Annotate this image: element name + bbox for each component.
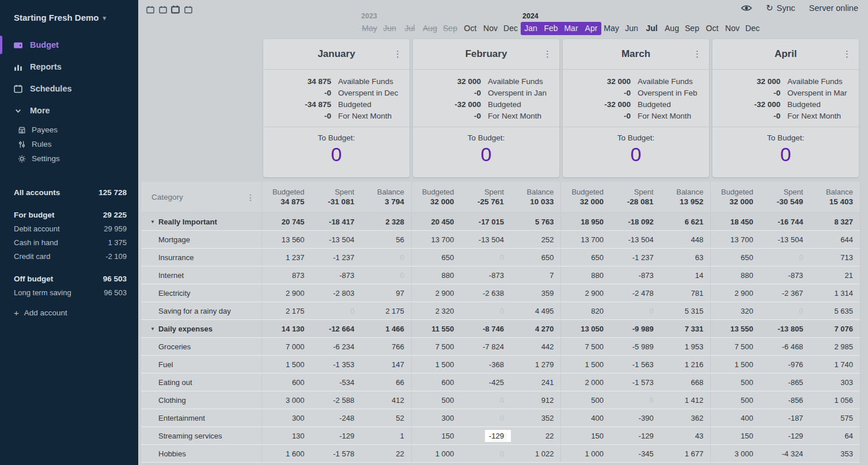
- cell-electricity-mar-spent[interactable]: -2 478: [611, 284, 661, 302]
- cell-really-important-mar-spent[interactable]: -18 092: [611, 213, 661, 230]
- cell-internet-apr-budgeted[interactable]: 880: [710, 266, 760, 284]
- cell-mortgage-mar-spent[interactable]: -13 504: [611, 231, 661, 248]
- cell-fuel-jan-budgeted[interactable]: 1 500: [261, 356, 312, 373]
- cell-insurrance-apr-spent[interactable]: 0: [760, 249, 810, 266]
- cell-really-important-feb-budgeted[interactable]: 20 450: [411, 213, 461, 230]
- header-mar-spent[interactable]: Spent-28 081: [611, 182, 661, 212]
- account-all[interactable]: All accounts 125 728: [14, 185, 127, 199]
- cell-entertainment-mar-budgeted[interactable]: 400: [560, 409, 611, 426]
- cell-entertainment-feb-balance[interactable]: 352: [511, 409, 561, 426]
- cell-entertainment-feb-spent[interactable]: 0: [461, 409, 511, 426]
- cell-eating-out-apr-spent[interactable]: -865: [760, 373, 810, 391]
- timeline-month-dec-19[interactable]: Dec: [742, 22, 763, 35]
- cell-internet-jan-spent[interactable]: -873: [312, 266, 362, 284]
- timeline-month-jan-8[interactable]: Jan2024: [521, 22, 541, 35]
- timeline-month-oct-5[interactable]: Oct: [460, 22, 480, 35]
- cell-really-important-feb-spent[interactable]: -17 015: [461, 213, 511, 230]
- cell-really-important-apr-budgeted[interactable]: 18 450: [710, 213, 760, 230]
- cell-insurrance-mar-spent[interactable]: -1 237: [611, 249, 661, 266]
- collapse-triangle-icon[interactable]: ▼: [150, 326, 155, 331]
- cell-streaming-services-jan-budgeted[interactable]: 130: [261, 427, 312, 444]
- category-name-entertainment[interactable]: Entertainment: [141, 409, 261, 426]
- cell-saving-for-a-rainy-day-jan-budgeted[interactable]: 2 175: [261, 302, 312, 319]
- account-cash-in-hand[interactable]: Cash in hand 1 375: [14, 235, 127, 249]
- cell-clothing-mar-budgeted[interactable]: 500: [560, 391, 611, 409]
- cell-really-important-jan-budgeted[interactable]: 20 745: [261, 213, 312, 230]
- timeline-month-jun-1[interactable]: Jun: [380, 22, 400, 35]
- cell-hobbies-mar-budgeted[interactable]: 1 000: [560, 445, 611, 462]
- cell-streaming-services-apr-budgeted[interactable]: 150: [710, 427, 760, 444]
- cell-streaming-services-mar-balance[interactable]: 43: [661, 427, 711, 444]
- cell-daily-expenses-apr-budgeted[interactable]: 13 550: [710, 320, 760, 337]
- timeline-month-jun-13[interactable]: Jun: [621, 22, 642, 35]
- category-name-really-important[interactable]: ▼Really Important: [141, 213, 261, 230]
- cell-clothing-apr-balance[interactable]: 1 056: [810, 391, 860, 409]
- cell-hobbies-jan-balance[interactable]: 22: [361, 445, 411, 462]
- cell-groceries-jan-balance[interactable]: 766: [361, 338, 411, 355]
- cell-insurrance-apr-budgeted[interactable]: 650: [710, 249, 760, 266]
- cell-entertainment-jan-budgeted[interactable]: 300: [261, 409, 312, 426]
- category-name-streaming-services[interactable]: Streaming services: [141, 427, 261, 444]
- month-menu-kebab-icon[interactable]: ⋮: [693, 50, 702, 58]
- header-feb-balance[interactable]: Balance10 033: [511, 182, 561, 212]
- header-jan-budgeted[interactable]: Budgeted34 875: [261, 182, 312, 212]
- cell-daily-expenses-feb-spent[interactable]: -8 746: [461, 320, 511, 337]
- timeline-month-dec-7[interactable]: Dec: [501, 22, 521, 35]
- cell-clothing-jan-balance[interactable]: 412: [361, 391, 411, 409]
- cell-streaming-services-feb-spent[interactable]: -129: [461, 427, 511, 444]
- cell-groceries-feb-budgeted[interactable]: 7 500: [411, 338, 461, 355]
- cell-eating-out-jan-budgeted[interactable]: 600: [261, 373, 312, 391]
- add-account-button[interactable]: + Add account: [14, 308, 127, 317]
- cell-internet-mar-budgeted[interactable]: 880: [560, 266, 611, 284]
- cell-saving-for-a-rainy-day-mar-balance[interactable]: 5 315: [661, 302, 711, 319]
- timeline-month-may-0[interactable]: May2023: [359, 22, 380, 35]
- cell-internet-mar-spent[interactable]: -873: [611, 266, 661, 284]
- header-feb-budgeted[interactable]: Budgeted32 000: [411, 182, 461, 212]
- cell-internet-mar-balance[interactable]: 14: [661, 266, 711, 284]
- cell-eating-out-feb-budgeted[interactable]: 600: [411, 373, 461, 391]
- cell-really-important-jan-spent[interactable]: -18 417: [312, 213, 362, 230]
- cell-really-important-mar-balance[interactable]: 6 621: [661, 213, 711, 230]
- cell-streaming-services-mar-spent[interactable]: -129: [611, 427, 661, 444]
- header-jan-balance[interactable]: Balance3 794: [361, 182, 411, 212]
- cell-electricity-jan-balance[interactable]: 97: [361, 284, 411, 302]
- category-name-insurrance[interactable]: Insurrance: [141, 249, 261, 266]
- cell-streaming-services-jan-spent[interactable]: -129: [312, 427, 362, 444]
- cell-eating-out-mar-balance[interactable]: 668: [661, 373, 711, 391]
- cell-eating-out-mar-budgeted[interactable]: 2 000: [560, 373, 611, 391]
- header-apr-budgeted[interactable]: Budgeted32 000: [710, 182, 760, 212]
- cell-insurrance-jan-spent[interactable]: -1 237: [312, 249, 362, 266]
- to-budget-amount[interactable]: 0: [413, 142, 559, 166]
- timeline-month-aug-15[interactable]: Aug: [662, 22, 682, 35]
- cell-internet-jan-balance[interactable]: 0: [361, 266, 411, 284]
- category-name-daily-expenses[interactable]: ▼Daily expenses: [141, 320, 261, 337]
- cell-eating-out-jan-balance[interactable]: 66: [361, 373, 411, 391]
- cell-electricity-apr-spent[interactable]: -2 367: [760, 284, 810, 302]
- account-group-off-budget[interactable]: Off budget 96 503: [14, 272, 127, 285]
- timeline-month-feb-9[interactable]: Feb: [541, 22, 561, 35]
- cell-internet-jan-budgeted[interactable]: 873: [261, 266, 312, 284]
- cell-clothing-mar-spent[interactable]: 0: [611, 391, 661, 409]
- header-apr-spent[interactable]: Spent-30 549: [760, 182, 810, 212]
- show-2-months-button[interactable]: [158, 5, 168, 14]
- category-name-fuel[interactable]: Fuel: [141, 356, 261, 373]
- header-mar-balance[interactable]: Balance13 952: [661, 182, 711, 212]
- cell-groceries-mar-spent[interactable]: -5 989: [611, 338, 661, 355]
- cell-eating-out-jan-spent[interactable]: -534: [312, 373, 362, 391]
- cell-hobbies-feb-balance[interactable]: 1 022: [511, 445, 561, 462]
- sidebar-item-budget[interactable]: Budget: [0, 34, 138, 56]
- cell-saving-for-a-rainy-day-feb-spent[interactable]: 0: [461, 302, 511, 319]
- timeline-month-aug-3[interactable]: Aug: [420, 22, 440, 35]
- to-budget-amount[interactable]: 0: [563, 142, 709, 166]
- to-budget-amount[interactable]: 0: [263, 142, 410, 166]
- cell-saving-for-a-rainy-day-feb-budgeted[interactable]: 2 320: [411, 302, 461, 319]
- cell-mortgage-feb-balance[interactable]: 252: [511, 231, 561, 248]
- cell-insurrance-feb-balance[interactable]: 650: [511, 249, 561, 266]
- cell-electricity-mar-balance[interactable]: 781: [661, 284, 711, 302]
- cell-internet-feb-balance[interactable]: 7: [511, 266, 561, 284]
- timeline-month-sep-16[interactable]: Sep: [682, 22, 702, 35]
- cell-hobbies-apr-balance[interactable]: 353: [810, 445, 860, 462]
- timeline-month-may-12[interactable]: May: [601, 22, 621, 35]
- sidebar-item-payees[interactable]: Payees: [0, 123, 138, 137]
- cell-electricity-apr-budgeted[interactable]: 2 900: [710, 284, 760, 302]
